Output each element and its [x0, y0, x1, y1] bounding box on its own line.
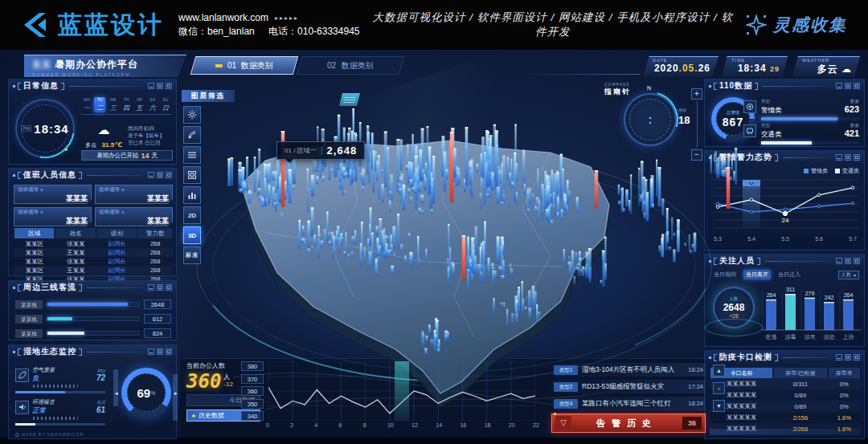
zoom-slider-track[interactable]	[697, 101, 698, 148]
bar[interactable]	[805, 298, 815, 330]
map-marker-flag[interactable]	[339, 93, 360, 106]
more-icon[interactable]: ···	[162, 210, 169, 215]
expand-icon[interactable]	[166, 284, 172, 291]
website-link[interactable]: www.lanlanwork.com	[178, 11, 268, 25]
expand-icon[interactable]	[854, 354, 860, 360]
inspiration-collect[interactable]: 灵感收集	[746, 14, 847, 36]
clock-period: PM	[21, 125, 31, 132]
weekday-active[interactable]: TU二	[94, 97, 105, 112]
tab-daily-period[interactable]: 当日期间	[711, 270, 739, 279]
alert-history-banner[interactable]: ▽ 告警历史 36	[551, 413, 706, 433]
minimize-icon[interactable]	[836, 258, 842, 264]
duty-card[interactable]: 值班领导»··· 某某某	[14, 207, 92, 226]
minimize-icon[interactable]	[836, 154, 842, 161]
duty-card[interactable]: 值班领导»··· 某某某	[95, 185, 173, 204]
minimize-icon[interactable]	[836, 354, 842, 360]
table-row[interactable]: 某某某某某0/890%	[710, 401, 861, 412]
zoom-out-button[interactable]: −	[691, 149, 702, 161]
bar[interactable]	[785, 294, 796, 330]
more-icon[interactable]: ···	[80, 210, 88, 215]
alert-row[interactable]: 类型2 RD13-53烟感报警疑似火灾 17:24	[551, 380, 706, 393]
bar[interactable]	[766, 299, 776, 330]
weekday[interactable]: MO一	[81, 97, 92, 112]
table-row[interactable]: 某某区王某某副局长268	[14, 248, 173, 257]
weekday[interactable]: SA六	[147, 97, 158, 112]
minimize-icon[interactable]	[148, 348, 154, 355]
expand-icon[interactable]	[166, 348, 172, 355]
window-icon[interactable]	[845, 354, 851, 360]
minimize-icon[interactable]	[148, 172, 154, 178]
window-icon[interactable]	[845, 154, 851, 161]
metric-bar[interactable]	[15, 423, 105, 426]
map-bar	[420, 195, 424, 204]
column-header-level[interactable]: 级别	[97, 228, 137, 238]
window-icon[interactable]	[845, 83, 851, 89]
map-bar	[448, 266, 450, 284]
legend-item[interactable]: 交通类	[835, 167, 859, 175]
scroll-up-button[interactable]: ▲	[713, 365, 725, 377]
column-header-checked[interactable]: 异常/已检测	[774, 368, 827, 378]
expand-icon[interactable]	[166, 172, 172, 178]
tab-data-category-2[interactable]: 02 数据类别	[297, 56, 405, 75]
table-row[interactable]: 某某某某某0/3110%	[710, 378, 861, 389]
duty-card[interactable]: 值班领导»··· 某某某	[14, 185, 92, 204]
gauge-left-arrow[interactable]: ◂	[115, 390, 118, 397]
minimize-icon[interactable]	[148, 284, 154, 291]
expand-icon[interactable]	[854, 154, 860, 161]
table-row[interactable]: 某某某某某0/890%	[710, 389, 861, 401]
map-bar	[446, 169, 448, 179]
bar[interactable]	[843, 299, 854, 330]
more-icon[interactable]: ···	[162, 188, 169, 193]
window-icon[interactable]	[157, 348, 163, 355]
mode-2d-button[interactable]: 2D	[183, 206, 201, 224]
gauge-right-arrow[interactable]: ▸	[174, 390, 178, 397]
column-header-count[interactable]: 警力数	[138, 228, 172, 238]
compass-rose[interactable]: ▴▾	[624, 93, 677, 146]
zoom-in-button[interactable]: +	[691, 88, 702, 100]
column-header-rate[interactable]: 异常率	[829, 368, 860, 378]
weekday[interactable]: WE三	[108, 97, 119, 112]
expand-icon[interactable]	[166, 83, 172, 89]
expand-icon[interactable]	[854, 258, 860, 264]
expand-icon[interactable]	[854, 83, 860, 89]
table-row-warning[interactable]: 某某某某某2/1561.6%	[710, 412, 861, 423]
minimize-icon[interactable]	[148, 83, 154, 89]
window-icon[interactable]	[845, 258, 851, 264]
column-header-name[interactable]: 姓名	[55, 228, 95, 238]
window-icon[interactable]	[157, 284, 163, 291]
window-icon[interactable]	[157, 83, 163, 89]
grid-icon	[187, 170, 197, 180]
legend-item[interactable]: 警情类	[804, 167, 828, 175]
table-row[interactable]: 某某区张某某副局长268	[14, 257, 173, 266]
scroll-down-button[interactable]: ▼	[713, 400, 725, 412]
alert-row[interactable]: 类型4 某路口有小汽车连闯三个红灯 18:24	[551, 397, 706, 410]
map-bar	[546, 175, 549, 207]
map-bar	[420, 182, 421, 192]
grid-layer-button[interactable]	[183, 166, 201, 184]
table-row[interactable]: 某某区张某某副局长268	[14, 239, 173, 248]
map-bar	[489, 171, 491, 186]
bar[interactable]	[824, 302, 834, 330]
map-bar	[268, 165, 270, 205]
alert-row[interactable]: 类型1 湿地3-104片区有不明人员闯入 18:24	[551, 363, 706, 377]
signal-layer-button[interactable]	[183, 126, 201, 144]
scroll-dot-button[interactable]: ●	[713, 382, 725, 394]
chart-layer-button[interactable]	[183, 186, 201, 204]
minimize-icon[interactable]	[836, 83, 842, 89]
weekday[interactable]: TH四	[121, 97, 132, 112]
settings-gear-button[interactable]	[183, 106, 201, 124]
standard-layer-button[interactable]: 标准	[183, 246, 201, 264]
list-layer-button[interactable]	[183, 146, 201, 164]
window-icon[interactable]	[157, 172, 163, 178]
metric-bar[interactable]	[15, 391, 105, 393]
table-row[interactable]: 某某区王某某副局长268	[14, 266, 173, 275]
band-tab[interactable]	[743, 180, 760, 186]
duty-card[interactable]: 值班领导»··· 某某某	[95, 207, 173, 226]
weekday[interactable]: SU日	[160, 97, 171, 112]
mode-3d-button[interactable]: 3D	[183, 226, 201, 244]
column-header-area[interactable]: 区域	[14, 228, 54, 238]
map-bar	[324, 229, 326, 244]
tab-data-category-1[interactable]: 01 数据类别	[190, 56, 299, 75]
more-icon[interactable]: ···	[80, 188, 88, 193]
weekday[interactable]: FR五	[133, 97, 145, 112]
